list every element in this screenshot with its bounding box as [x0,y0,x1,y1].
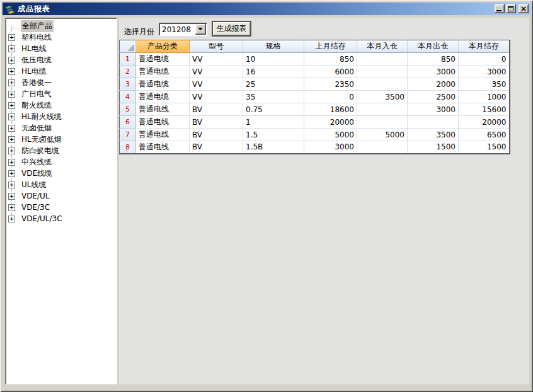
tree-item[interactable]: +UL线缆 [6,179,117,190]
cell-month-out[interactable]: 3500 [408,129,459,141]
tree-item[interactable]: +耐火线缆 [6,100,117,111]
maximize-button[interactable] [506,4,516,13]
column-header-spec[interactable]: 规格 [243,40,304,53]
row-number-cell[interactable]: 7 [120,129,136,141]
cell-balance[interactable]: 0 [459,53,510,66]
cell-balance[interactable]: 15600 [459,103,510,116]
cell-model[interactable]: BV [190,116,243,129]
cell-spec[interactable]: 1 [243,116,304,129]
cell-spec[interactable]: 10 [243,53,304,66]
cell-model[interactable]: VV [190,78,243,91]
expand-plus-icon[interactable]: + [8,159,15,166]
cell-category[interactable]: 普通电缆 [136,91,190,103]
cell-month-out[interactable]: 1500 [408,141,459,154]
expand-plus-icon[interactable]: + [8,125,15,132]
cell-category[interactable]: 普通电缆 [136,53,190,66]
row-number-cell[interactable]: 3 [120,78,136,91]
cell-month-out[interactable]: 850 [408,53,459,66]
expand-plus-icon[interactable]: + [8,68,15,75]
cell-last-balance[interactable]: 18600 [304,103,357,116]
cell-balance[interactable]: 1000 [459,91,510,103]
cell-balance[interactable]: 6500 [459,129,510,141]
expand-plus-icon[interactable]: + [8,34,15,41]
cell-month-in[interactable]: 5000 [357,129,408,141]
cell-spec[interactable]: 1.5B [243,141,304,154]
tree-item[interactable]: +HL电线 [6,43,117,54]
column-header-category[interactable]: 产品分类 [136,40,190,53]
cell-month-in[interactable] [357,141,408,154]
cell-month-out[interactable]: 2000 [408,78,459,91]
expand-plus-icon[interactable]: + [8,136,15,143]
cell-month-in[interactable] [357,66,408,78]
tree-item[interactable]: +无卤低烟 [6,122,117,134]
expand-plus-icon[interactable]: + [8,170,15,177]
month-combobox[interactable]: 201208 [159,23,207,36]
select-all-corner-cell[interactable] [120,40,136,53]
expand-plus-icon[interactable]: + [8,57,15,64]
expand-plus-icon[interactable]: + [8,182,15,188]
cell-month-out[interactable]: 2500 [408,91,459,103]
row-number-cell[interactable]: 8 [120,141,136,154]
column-header-model[interactable]: 型号 [190,40,243,53]
cell-balance[interactable]: 350 [459,78,510,91]
cell-model[interactable]: VV [190,53,243,66]
tree-item[interactable]: +VDE/UL [6,190,117,202]
cell-model[interactable]: BV [190,103,243,116]
tree-item[interactable]: +塑料电线 [6,32,117,43]
column-header-month-in[interactable]: 本月入仓 [357,40,408,53]
expand-plus-icon[interactable]: + [8,79,15,86]
expand-plus-icon[interactable]: + [8,45,15,52]
cell-month-in[interactable]: 3500 [357,91,408,103]
cell-model[interactable]: BV [190,129,243,141]
cell-month-in[interactable] [357,53,408,66]
cell-category[interactable]: 普通电缆 [136,78,190,91]
tree-item[interactable]: +广日电气 [6,88,117,100]
expand-plus-icon[interactable]: + [8,204,15,211]
cell-model[interactable]: VV [190,66,243,78]
cell-last-balance[interactable]: 5000 [304,129,357,141]
cell-last-balance[interactable]: 6000 [304,66,357,78]
expand-plus-icon[interactable]: + [8,113,15,120]
tree-item[interactable]: +HL电缆 [6,66,117,77]
cell-balance[interactable]: 1500 [459,141,510,154]
cell-balance[interactable]: 3000 [459,66,510,78]
cell-month-out[interactable]: 3000 [408,103,459,116]
cell-month-in[interactable] [357,78,408,91]
tree-item[interactable]: +中兴线缆 [6,156,117,168]
expand-plus-icon[interactable]: + [8,147,15,154]
cell-spec[interactable]: 16 [243,66,304,78]
cell-category[interactable]: 普通电线 [136,116,190,129]
cell-model[interactable]: VV [190,91,243,103]
cell-month-in[interactable] [357,116,408,129]
tree-item[interactable]: +HL耐火线缆 [6,111,117,122]
generate-report-button[interactable]: 生成报表 [212,21,251,37]
close-button[interactable]: × [519,4,529,13]
expand-plus-icon[interactable]: + [8,102,15,109]
cell-month-in[interactable] [357,103,408,116]
tree-item[interactable]: +VDE/UL/3C [6,213,117,224]
cell-spec[interactable]: 1.5 [243,129,304,141]
expand-plus-icon[interactable]: + [8,216,15,222]
column-header-last-balance[interactable]: 上月结存 [304,40,357,53]
tree-item[interactable]: +HL无卤低烟 [6,134,117,145]
tree-item[interactable]: 全部产品 [6,20,117,32]
column-header-balance[interactable]: 本月结存 [459,40,510,53]
cell-spec[interactable]: 0.75 [243,103,304,116]
cell-last-balance[interactable]: 850 [304,53,357,66]
cell-category[interactable]: 普通电线 [136,141,190,154]
row-number-cell[interactable]: 5 [120,103,136,116]
tree-item[interactable]: +香港俊一 [6,77,117,88]
cell-spec[interactable]: 25 [243,78,304,91]
cell-category[interactable]: 普通电缆 [136,66,190,78]
row-number-cell[interactable]: 4 [120,91,136,103]
cell-month-out[interactable] [408,116,459,129]
expand-plus-icon[interactable]: + [8,193,15,200]
tree-item[interactable]: +防白蚁电缆 [6,145,117,156]
cell-last-balance[interactable]: 20000 [304,116,357,129]
cell-last-balance[interactable]: 0 [304,91,357,103]
cell-last-balance[interactable]: 2350 [304,78,357,91]
row-number-cell[interactable]: 2 [120,66,136,78]
month-dropdown-button[interactable] [195,24,206,35]
tree-item[interactable]: +VDE/3C [6,202,117,213]
tree-item[interactable]: +低压电缆 [6,54,117,66]
